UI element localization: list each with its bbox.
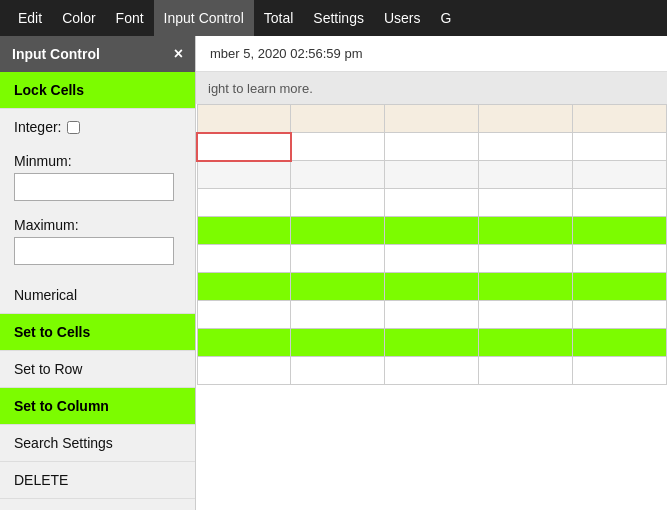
grid-cell[interactable] xyxy=(197,329,291,357)
grid-cell[interactable] xyxy=(573,133,667,161)
grid-cell[interactable] xyxy=(385,329,479,357)
sidebar-item-integer: Integer: xyxy=(0,109,195,149)
grid-cell[interactable] xyxy=(573,329,667,357)
sidebar-item-set-to-column[interactable]: Set to Column xyxy=(0,388,195,425)
grid-cell[interactable] xyxy=(479,189,573,217)
table-row xyxy=(197,105,667,133)
menu-users[interactable]: Users xyxy=(374,0,431,36)
menu-font[interactable]: Font xyxy=(106,0,154,36)
grid-cell[interactable] xyxy=(573,357,667,385)
grid-cell[interactable] xyxy=(385,161,479,189)
grid-cell[interactable] xyxy=(197,301,291,329)
grid-cell[interactable] xyxy=(385,105,479,133)
menu-input-control[interactable]: Input Control xyxy=(154,0,254,36)
sidebar-item-lock-cells[interactable]: Lock Cells xyxy=(0,72,195,109)
grid-cell[interactable] xyxy=(197,273,291,301)
table-row xyxy=(197,301,667,329)
sidebar-item-numerical[interactable]: Numerical xyxy=(0,277,195,314)
grid-cell[interactable] xyxy=(573,245,667,273)
grid-cell[interactable] xyxy=(197,217,291,245)
table-row xyxy=(197,329,667,357)
grid-cell[interactable] xyxy=(385,217,479,245)
sidebar-item-delete[interactable]: DELETE xyxy=(0,462,195,499)
table-row xyxy=(197,273,667,301)
menu-g[interactable]: G xyxy=(431,0,462,36)
grid-cell[interactable] xyxy=(479,273,573,301)
sidebar: Input Control × Lock Cells Integer: Minm… xyxy=(0,36,196,510)
grid-cell[interactable] xyxy=(573,161,667,189)
grid-cell[interactable] xyxy=(291,105,385,133)
sidebar-item-set-to-row[interactable]: Set to Row xyxy=(0,351,195,388)
minimum-label: Minmum: xyxy=(14,153,181,169)
grid-cell[interactable] xyxy=(385,189,479,217)
info-bar: ight to learn more. xyxy=(196,72,667,104)
menu-color[interactable]: Color xyxy=(52,0,105,36)
grid-cell[interactable] xyxy=(479,301,573,329)
grid-table xyxy=(196,104,667,385)
grid-cell[interactable] xyxy=(291,217,385,245)
grid-cell[interactable] xyxy=(573,273,667,301)
sidebar-title: Input Control xyxy=(12,46,100,62)
grid-cell[interactable] xyxy=(479,217,573,245)
grid-cell[interactable] xyxy=(291,329,385,357)
menu-settings[interactable]: Settings xyxy=(303,0,374,36)
table-row xyxy=(197,357,667,385)
main-timestamp: mber 5, 2020 02:56:59 pm xyxy=(196,36,667,72)
grid-cell[interactable] xyxy=(291,245,385,273)
grid-cell[interactable] xyxy=(385,245,479,273)
grid-cell[interactable] xyxy=(479,105,573,133)
sidebar-item-search-settings[interactable]: Search Settings xyxy=(0,425,195,462)
sidebar-item-set-to-cells[interactable]: Set to Cells xyxy=(0,314,195,351)
grid-cell[interactable] xyxy=(479,245,573,273)
grid-cell[interactable] xyxy=(479,357,573,385)
integer-label[interactable]: Integer: xyxy=(14,119,181,135)
grid-cell[interactable] xyxy=(291,189,385,217)
grid-cell[interactable] xyxy=(573,217,667,245)
sidebar-item-minimum: Minmum: xyxy=(0,149,195,213)
grid-cell[interactable] xyxy=(291,161,385,189)
grid-cell[interactable] xyxy=(197,161,291,189)
table-row xyxy=(197,133,667,161)
table-row xyxy=(197,245,667,273)
layout: Input Control × Lock Cells Integer: Minm… xyxy=(0,36,667,510)
sidebar-item-maximum: Maximum: xyxy=(0,213,195,277)
menu-edit[interactable]: Edit xyxy=(8,0,52,36)
grid-cell[interactable] xyxy=(479,329,573,357)
menu-total[interactable]: Total xyxy=(254,0,304,36)
grid-cell[interactable] xyxy=(291,357,385,385)
grid-cell[interactable] xyxy=(573,105,667,133)
grid-cell[interactable] xyxy=(197,105,291,133)
maximum-label: Maximum: xyxy=(14,217,181,233)
grid-cell[interactable] xyxy=(385,301,479,329)
sidebar-header: Input Control × xyxy=(0,36,195,72)
grid-cell[interactable] xyxy=(385,133,479,161)
grid-cell[interactable] xyxy=(291,301,385,329)
grid-cell[interactable] xyxy=(385,273,479,301)
grid-cell[interactable] xyxy=(197,245,291,273)
maximum-input[interactable] xyxy=(14,237,174,265)
table-row xyxy=(197,161,667,189)
menu-bar: Edit Color Font Input Control Total Sett… xyxy=(0,0,667,36)
grid-cell[interactable] xyxy=(385,357,479,385)
sidebar-close-icon[interactable]: × xyxy=(174,46,183,62)
grid-cell[interactable] xyxy=(291,133,385,161)
grid-cell[interactable] xyxy=(573,189,667,217)
grid-cell[interactable] xyxy=(479,161,573,189)
grid-cell[interactable] xyxy=(573,301,667,329)
grid-cell[interactable] xyxy=(197,357,291,385)
grid-cell[interactable] xyxy=(479,133,573,161)
grid-cell[interactable] xyxy=(291,273,385,301)
spreadsheet-grid xyxy=(196,104,667,385)
table-row xyxy=(197,189,667,217)
table-row xyxy=(197,217,667,245)
main-content: mber 5, 2020 02:56:59 pm ight to learn m… xyxy=(196,36,667,510)
grid-cell-selected[interactable] xyxy=(197,133,291,161)
minimum-input[interactable] xyxy=(14,173,174,201)
grid-cell[interactable] xyxy=(197,189,291,217)
integer-checkbox[interactable] xyxy=(67,121,80,134)
